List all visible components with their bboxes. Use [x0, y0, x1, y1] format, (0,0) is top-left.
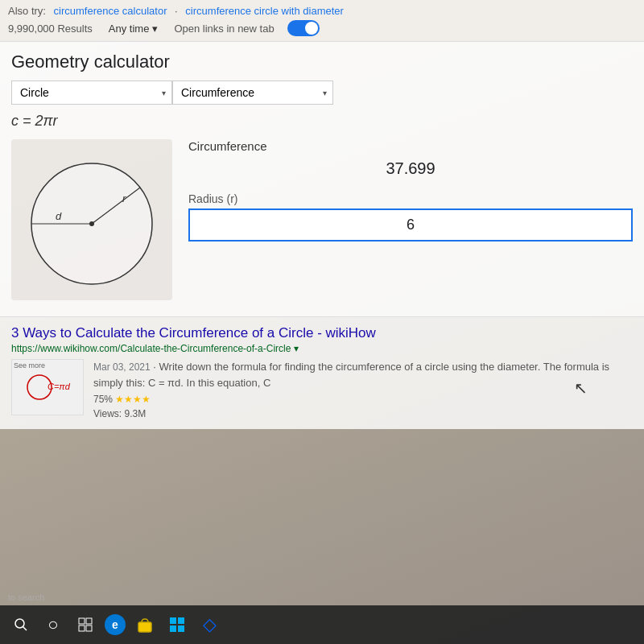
result-thumbnail: See more C=πd	[11, 359, 84, 415]
svg-line-10	[23, 627, 27, 631]
svg-text:C=πd: C=πd	[47, 382, 71, 391]
search-text-label: to search	[8, 592, 44, 602]
result-rating: 75% ★★★★	[93, 392, 633, 407]
svg-rect-17	[178, 617, 184, 624]
dot-separator: ·	[175, 5, 178, 17]
result-url-text: https://www.wikihow.com/Calculate-the-Ci…	[11, 343, 291, 354]
result-url: https://www.wikihow.com/Calculate-the-Ci…	[11, 343, 633, 354]
calc-content: r d Circumference 37.699 Radius (r)	[11, 139, 633, 303]
any-time-label: Any time	[109, 23, 150, 35]
open-links-toggle[interactable]	[287, 20, 320, 36]
also-try-label: Also try:	[8, 5, 46, 17]
result-body: See more C=πd Mar 03, 2021 · Write down …	[11, 359, 633, 421]
taskbar-bag-icon[interactable]	[132, 612, 158, 638]
toggle-knob	[305, 22, 318, 35]
property-select-wrapper: Circumference ▾	[172, 80, 333, 105]
top-bar: Also try: circumference calculator · cir…	[0, 0, 644, 42]
radius-input[interactable]	[188, 208, 633, 242]
svg-text:d: d	[56, 210, 62, 222]
taskbar-circle-icon[interactable]: ○	[40, 612, 66, 638]
shape-select[interactable]: Circle	[11, 80, 172, 105]
taskbar-dropbox-icon[interactable]: ◇	[196, 612, 222, 638]
taskbar: to search ○ e ◇	[0, 605, 644, 644]
results-count: 9,990,000 Results	[8, 23, 93, 35]
selects-row: Circle ▾ Circumference ▾	[11, 80, 633, 105]
search-result: 3 Ways to Calculate the Circumference of…	[0, 317, 644, 429]
results-bar: 9,990,000 Results Any time ▾ Open links …	[8, 20, 636, 36]
chevron-down-icon: ▾	[152, 23, 158, 35]
taskbar-search-icon	[8, 612, 34, 638]
svg-rect-13	[79, 625, 85, 631]
calc-title: Geometry calculator	[11, 52, 633, 72]
circumference-label: Circumference	[188, 139, 633, 153]
svg-rect-11	[79, 618, 85, 624]
svg-text:r: r	[122, 192, 126, 204]
result-text: Mar 03, 2021 · Write down the formula fo…	[93, 359, 633, 421]
taskbar-edge-icon[interactable]: e	[105, 614, 126, 635]
result-date: Mar 03, 2021	[93, 361, 151, 373]
svg-rect-12	[86, 618, 92, 624]
main-container: Also try: circumference calculator · cir…	[0, 0, 644, 644]
circumference-value: 37.699	[188, 156, 633, 181]
result-description: · Write down the formula for finding the…	[93, 361, 609, 389]
svg-rect-19	[178, 625, 184, 632]
also-try-link-1[interactable]: circumference calculator	[54, 5, 167, 17]
result-url-arrow: ▾	[294, 343, 299, 354]
also-try-link-2[interactable]: circumference circle with diameter	[185, 5, 344, 17]
open-links-label: Open links in new tab	[174, 23, 274, 35]
taskbar-grid-icon[interactable]	[72, 612, 98, 638]
circle-diagram: r d	[11, 139, 172, 303]
result-title-link[interactable]: 3 Ways to Calculate the Circumference of…	[11, 325, 633, 341]
formula-text: c = 2πr	[11, 113, 58, 129]
svg-rect-18	[170, 625, 176, 632]
svg-rect-15	[138, 622, 151, 632]
result-views: Views: 9.3M	[93, 407, 633, 421]
thumbnail-svg: C=πd	[23, 371, 72, 403]
any-time-button[interactable]: Any time ▾	[105, 21, 162, 36]
shape-select-wrapper: Circle ▾	[11, 80, 172, 105]
svg-rect-16	[170, 617, 176, 624]
radius-label: Radius (r)	[188, 192, 633, 205]
formula-display: c = 2πr	[11, 113, 633, 130]
rating-percent: 75%	[93, 394, 113, 405]
calc-right: Circumference 37.699 Radius (r)	[188, 139, 633, 242]
stars-icon: ★★★★	[115, 394, 151, 405]
taskbar-windows-icon[interactable]	[164, 612, 190, 638]
thumbnail-label: See more	[14, 361, 45, 369]
property-select[interactable]: Circumference	[172, 80, 333, 105]
calculator-panel: Geometry calculator Circle ▾ Circumferen…	[0, 42, 644, 317]
also-try-row: Also try: circumference calculator · cir…	[8, 5, 636, 17]
svg-rect-14	[86, 625, 92, 631]
svg-point-9	[15, 619, 24, 628]
circle-svg: r d	[11, 139, 172, 300]
